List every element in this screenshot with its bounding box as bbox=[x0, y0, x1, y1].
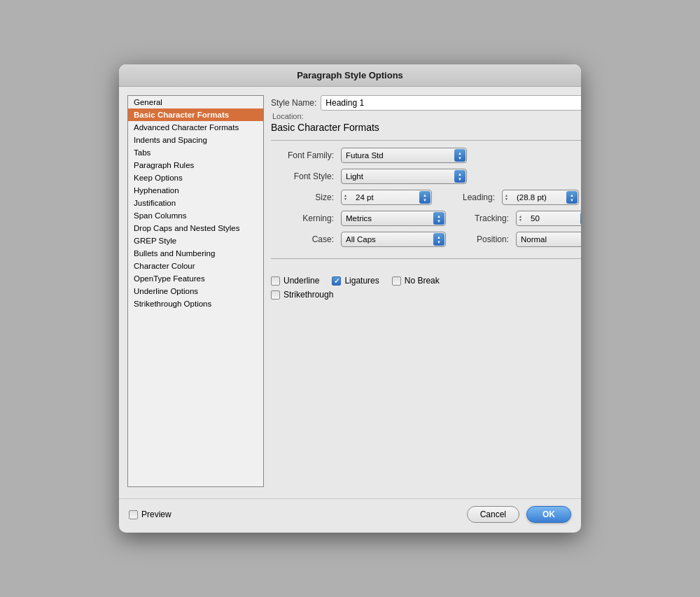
paragraph-style-options-dialog: Paragraph Style Options GeneralBasic Cha… bbox=[119, 64, 581, 533]
strikethrough-label: Strikethrough bbox=[284, 290, 333, 300]
no-break-label: No Break bbox=[405, 276, 440, 286]
sidebar-item-strikethrough-options[interactable]: Strikethrough Options bbox=[128, 297, 263, 310]
case-select[interactable]: All Caps bbox=[341, 232, 446, 247]
size-label: Size: bbox=[271, 192, 334, 202]
kerning-label: Kerning: bbox=[271, 213, 334, 223]
kerning-select[interactable]: Metrics bbox=[341, 211, 446, 226]
sidebar-item-character-colour[interactable]: Character Colour bbox=[128, 260, 263, 272]
underline-checkbox[interactable] bbox=[271, 276, 280, 286]
sidebar-item-tabs[interactable]: Tabs bbox=[128, 146, 263, 159]
checkboxes-divider bbox=[271, 258, 581, 259]
main-panel: Style Name: Location: Basic Character Fo… bbox=[271, 95, 581, 487]
preview-checkbox[interactable] bbox=[129, 510, 138, 519]
checkbox-row-1: Underline Ligatures No Break bbox=[271, 276, 581, 286]
size-spin-arrows[interactable] bbox=[419, 191, 430, 204]
dialog-title: Paragraph Style Options bbox=[297, 70, 403, 80]
section-divider bbox=[271, 140, 581, 141]
leading-spin-arrows[interactable] bbox=[566, 191, 578, 204]
tracking-label: Tracking: bbox=[467, 213, 509, 223]
sidebar-item-grep-style[interactable]: GREP Style bbox=[128, 234, 263, 247]
font-style-select-wrapper: Light bbox=[341, 169, 467, 184]
sidebar-item-basic-character-formats[interactable]: Basic Character Formats bbox=[128, 108, 263, 121]
ok-button[interactable]: OK bbox=[526, 506, 571, 523]
no-break-checkbox[interactable] bbox=[392, 276, 401, 286]
sidebar-item-drop-caps-nested-styles[interactable]: Drop Caps and Nested Styles bbox=[128, 222, 263, 234]
font-family-select-wrapper: Futura Std bbox=[341, 148, 467, 163]
kerning-select-wrapper: Metrics bbox=[341, 211, 446, 226]
position-select-wrapper: Normal bbox=[516, 232, 581, 247]
tracking-spinner-wrapper bbox=[516, 211, 581, 226]
font-family-label: Font Family: bbox=[271, 150, 334, 160]
sidebar-item-bullets-and-numbering[interactable]: Bullets and Numbering bbox=[128, 247, 263, 260]
underline-checkbox-item[interactable]: Underline bbox=[271, 276, 319, 286]
sidebar-item-hyphenation[interactable]: Hyphenation bbox=[128, 184, 263, 197]
footer-buttons: Cancel OK bbox=[467, 506, 571, 523]
position-group: Position: Normal bbox=[467, 232, 581, 247]
font-family-select[interactable]: Futura Std bbox=[341, 148, 467, 163]
sidebar-item-advanced-character-formats[interactable]: Advanced Character Formats bbox=[128, 121, 263, 134]
section-title: Basic Character Formats bbox=[271, 122, 581, 133]
tracking-input[interactable] bbox=[516, 211, 581, 226]
sidebar-item-underline-options[interactable]: Underline Options bbox=[128, 285, 263, 297]
cancel-button[interactable]: Cancel bbox=[467, 506, 519, 523]
size-input[interactable] bbox=[341, 190, 432, 205]
location-label: Location: bbox=[272, 112, 304, 120]
sidebar-item-opentype-features[interactable]: OpenType Features bbox=[128, 272, 263, 285]
case-label: Case: bbox=[271, 234, 334, 244]
preview-label: Preview bbox=[141, 510, 172, 519]
dialog-footer: Preview Cancel OK bbox=[119, 498, 581, 533]
leading-spinner-wrapper bbox=[502, 190, 579, 205]
checkbox-row-2: Strikethrough bbox=[271, 290, 581, 300]
style-name-input[interactable] bbox=[321, 95, 581, 111]
sidebar-item-indents-and-spacing[interactable]: Indents and Spacing bbox=[128, 134, 263, 146]
dialog-title-bar: Paragraph Style Options bbox=[119, 64, 581, 87]
checkboxes-section: Underline Ligatures No Break Strikethrou… bbox=[271, 276, 581, 300]
ligatures-label: Ligatures bbox=[344, 276, 379, 286]
ligatures-checkbox-item[interactable]: Ligatures bbox=[332, 276, 379, 286]
strikethrough-checkbox-item[interactable]: Strikethrough bbox=[271, 290, 333, 300]
preview-checkbox-item[interactable]: Preview bbox=[129, 510, 172, 519]
strikethrough-checkbox[interactable] bbox=[271, 290, 280, 300]
ligatures-checkbox[interactable] bbox=[332, 276, 341, 286]
position-select[interactable]: Normal bbox=[516, 232, 581, 247]
sidebar: GeneralBasic Character FormatsAdvanced C… bbox=[127, 95, 264, 487]
underline-label: Underline bbox=[284, 276, 319, 286]
sidebar-item-span-columns[interactable]: Span Columns bbox=[128, 209, 263, 222]
size-spinner-wrapper bbox=[341, 190, 432, 205]
font-style-select[interactable]: Light bbox=[341, 169, 467, 184]
leading-group: Leading: bbox=[453, 190, 579, 205]
tracking-group: Tracking: bbox=[467, 211, 581, 226]
style-name-label: Style Name: bbox=[271, 98, 316, 108]
case-select-wrapper: All Caps bbox=[341, 232, 446, 247]
sidebar-item-general[interactable]: General bbox=[128, 96, 263, 108]
no-break-checkbox-item[interactable]: No Break bbox=[392, 276, 440, 286]
sidebar-item-paragraph-rules[interactable]: Paragraph Rules bbox=[128, 159, 263, 171]
leading-label: Leading: bbox=[453, 192, 495, 202]
sidebar-item-keep-options[interactable]: Keep Options bbox=[128, 171, 263, 184]
tracking-spin-arrows[interactable] bbox=[580, 212, 581, 225]
font-style-label: Font Style: bbox=[271, 171, 334, 181]
position-label: Position: bbox=[467, 234, 509, 244]
sidebar-item-justification[interactable]: Justification bbox=[128, 197, 263, 209]
